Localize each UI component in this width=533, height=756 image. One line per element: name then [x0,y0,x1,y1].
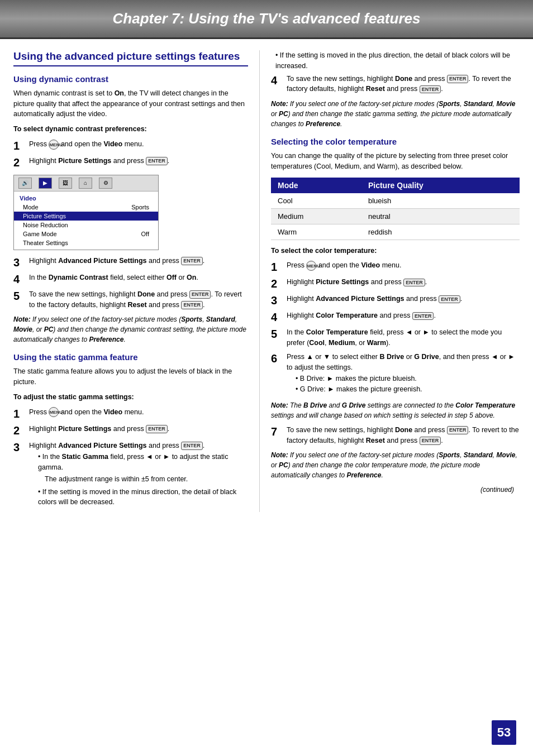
menu-icon: MENU [49,140,59,150]
table-cell-blueish: blueish [361,193,520,209]
section-title-advanced: Using the advanced picture settings feat… [13,50,248,66]
color-step6-bullets: B Drive: ► makes the picture blueish. G … [296,374,520,395]
step-right-4: 4 To save the new settings, highlight Do… [271,74,520,95]
static-step3-range: The adjustment range is within ±5 from c… [45,474,248,485]
static-gamma-subhead: To adjust the static gamma settings: [13,392,248,403]
enter-icon: ENTER [403,279,425,287]
static-step3-subbullets2: If the setting is moved in the minus dir… [38,487,248,508]
static-gamma-intro: The static gamma feature allows you to a… [13,366,248,387]
enter-icon: ENTER [439,295,460,304]
enter-icon: ENTER [181,301,203,309]
tv-menu-icon-video: ▶ [39,178,52,189]
dynamic-contrast-subhead: To select dynamic contrast preferences: [13,124,248,135]
step-color-3: 3 Highlight Advanced Picture Settings an… [271,294,520,307]
enter-icon: ENTER [447,426,469,434]
enter-icon: ENTER [447,75,469,83]
table-cell-reddish: reddish [361,224,520,240]
tv-menu-item-noise-reduction: Noise Reduction [14,221,158,229]
enter-icon: ENTER [181,442,203,450]
final-note: Note: If you select one of the factory-s… [271,450,520,480]
dynamic-note: Note: If you select one of the factory-s… [13,314,248,344]
step-color-5: 5 In the Color Temperature field, press … [271,327,520,348]
table-header-mode: Mode [271,178,361,193]
table-cell-medium: Medium [271,208,361,224]
static-bullet-1: In the Static Gamma field, press ◄ or ► … [38,452,248,473]
step-color-2: 2 Highlight Picture Settings and press E… [271,277,520,290]
step-dynamic-2: 2 Highlight Picture Settings and press E… [13,156,248,169]
step-dynamic-1: 1 Press MENU and open the Video menu. [13,139,248,152]
subsection-title-color-temp: Selecting the color temperature [271,137,520,146]
enter-icon: ENTER [181,257,203,265]
enter-icon: ENTER [189,290,211,299]
step-color-1: 1 Press MENU and open the Video menu. [271,260,520,274]
menu-icon: MENU [49,407,59,417]
step-color-7: 7 To save the new settings, highlight Do… [271,425,520,446]
right-top-bullets: If the setting is moved in the plus dire… [275,50,520,71]
tv-menu-item-mode: Mode Sports [14,203,158,212]
enter-icon: ENTER [420,85,441,94]
color-temperature-table: Mode Picture Quality Cool blueish Medium… [271,178,520,240]
step-color-6: 6 Press ▲ or ▼ to select either B Drive … [271,352,520,396]
tv-menu-icon-audio: 🔊 [18,178,32,189]
chapter-title: Chapter 7: Using the TV's advanced featu… [113,10,421,27]
step-dynamic-5: 5 To save the new settings, highlight Do… [13,289,248,310]
right-column: If the setting is moved in the plus dire… [271,50,520,512]
continued-text: (continued) [271,486,520,494]
color-temp-subhead: To select the color temperature: [271,246,520,256]
table-cell-cool: Cool [271,193,361,209]
table-row: Medium neutral [271,208,520,224]
step-dynamic-3: 3 Highlight Advanced Picture Settings an… [13,256,248,269]
left-column: Using the advanced picture settings feat… [13,50,248,512]
enter-icon: ENTER [146,157,168,165]
menu-icon: MENU [306,261,316,271]
tv-menu-category: Video [14,194,158,203]
right-bullet-1: If the setting is moved in the plus dire… [275,50,520,71]
tv-menu-item-picture-settings: Picture Settings [14,212,158,221]
enter-icon: ENTER [412,312,434,320]
right-note: Note: If you select one of the factory-s… [271,99,520,129]
tv-menu-icon-home: ⌂ [79,178,92,189]
step-static-2: 2 Highlight Picture Settings and press E… [13,424,248,437]
subsection-title-static-gamma: Using the static gamma feature [13,352,248,362]
dynamic-contrast-intro: When dynamic contrast is set to On, the … [13,88,248,119]
color-bullet-bdrive: B Drive: ► makes the picture blueish. [296,374,520,384]
subsection-title-dynamic: Using dynamic contrast [13,74,248,84]
page-number: 53 [492,720,516,745]
step-dynamic-4: 4 In the Dynamic Contrast field, select … [13,272,248,286]
tv-menu-icon-picture: 🖼 [59,178,72,189]
table-cell-neutral: neutral [361,208,520,224]
tv-menu-icons-bar: 🔊 ▶ 🖼 ⌂ ⚙ [14,175,158,192]
table-header-row: Mode Picture Quality [271,178,520,193]
tv-menu-item-theater-settings: Theater Settings [14,238,158,247]
table-row: Cool blueish [271,193,520,209]
table-cell-warm: Warm [271,224,361,240]
static-bullet-2: If the setting is moved in the minus dir… [38,487,248,508]
color-bullet-gdrive: G Drive: ► makes the picture greenish. [296,384,520,395]
tv-menu-icon-settings: ⚙ [99,178,112,189]
enter-icon: ENTER [146,425,168,433]
chapter-header: Chapter 7: Using the TV's advanced featu… [0,0,533,39]
tv-menu-body: Video Mode Sports Picture Settings Noise… [14,192,158,250]
column-divider [259,50,260,512]
step-static-3: 3 Highlight Advanced Picture Settings an… [13,441,248,509]
color-intro: You can change the quality of the pictur… [271,151,520,172]
color-note: Note: The B Drive and G Drive settings a… [271,400,520,420]
tv-menu-screenshot: 🔊 ▶ 🖼 ⌂ ⚙ Video Mode Sports Picture Sett… [13,175,159,250]
step-color-4: 4 Highlight Color Temperature and press … [271,310,520,324]
static-step3-subbullets: In the Static Gamma field, press ◄ or ► … [38,452,248,473]
table-row: Warm reddish [271,224,520,240]
table-header-quality: Picture Quality [361,178,520,193]
step-static-1: 1 Press MENU and open the Video menu. [13,407,248,420]
enter-icon: ENTER [420,437,441,445]
tv-menu-item-game-mode: Game Mode Off [14,229,158,238]
